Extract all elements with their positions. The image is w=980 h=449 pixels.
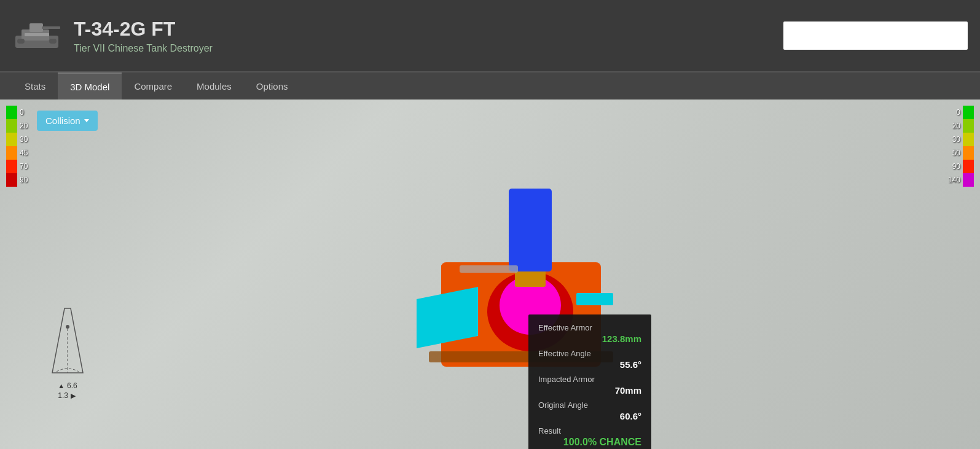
legend-item-5: 90 [6,173,35,187]
legend-color-1 [6,119,17,133]
legend-label-2: 30 [20,135,35,144]
dim-width-row: ▲ 6.6 [58,381,77,390]
collision-button[interactable]: Collision [37,111,98,131]
effective-armor-label: Effective Armor [538,323,641,332]
armor-tooltip: Effective Armor 123.8mm Effective Angle … [528,314,651,449]
svg-rect-2 [29,23,43,32]
collision-caret-icon [84,119,89,122]
svg-rect-13 [509,189,552,271]
result-label: Result [538,426,641,435]
legend-right-color-4 [963,160,974,173]
legend-item-1: 20 [6,119,35,133]
legend-color-4 [6,160,17,173]
legend-label-1: 20 [20,122,35,130]
legend-right-item-3: 50 [942,146,974,160]
legend-right-color-3 [963,146,974,160]
height-arrow-icon: ▶ [71,392,76,400]
svg-rect-8 [576,293,613,305]
tab-modules[interactable]: Modules [184,72,244,100]
legend-item-4: 70 [6,160,35,173]
tank-info: T-34-2G FT Tier VII Chinese Tank Destroy… [74,18,783,54]
legend-left: 0 20 30 45 70 90 [6,106,35,187]
legend-label-4: 70 [20,162,35,171]
width-value: 6.6 [67,381,77,390]
svg-rect-14 [460,265,518,273]
search-input[interactable] [783,21,968,50]
legend-right-color-0 [963,106,974,119]
legend-right-item-1: 20 [942,119,974,133]
legend-right-item-4: 90 [942,160,974,173]
tank-name: T-34-2G FT [74,18,783,41]
result-value: 100.0% CHANCE [538,437,641,448]
svg-point-16 [66,325,69,329]
effective-angle-value: 55.6° [538,359,641,370]
svg-rect-5 [49,39,57,44]
tab-compare[interactable]: Compare [122,72,184,100]
effective-angle-label: Effective Angle [538,349,641,358]
legend-item-2: 30 [6,133,35,146]
legend-label-5: 90 [20,176,35,184]
nav-tabs: Stats 3D Model Compare Modules Options [0,72,980,100]
legend-right: 0 20 30 50 90 140 [942,106,974,187]
legend-right-color-5 [963,173,974,187]
legend-right-color-2 [963,133,974,146]
dim-height-row: 1.3 ▶ [58,391,76,400]
tank-icon [12,17,61,54]
original-angle-label: Original Angle [538,400,641,410]
header: T-34-2G FT Tier VII Chinese Tank Destroy… [0,0,980,72]
tab-stats[interactable]: Stats [12,72,58,100]
angle-viewer: ▲ 6.6 1.3 ▶ [43,305,92,400]
legend-right-item-0: 0 [942,106,974,119]
legend-right-label-3: 50 [942,149,960,157]
impacted-armor-label: Impacted Armor [538,375,641,384]
legend-right-label-4: 90 [942,162,960,171]
legend-color-0 [6,106,17,119]
legend-color-3 [6,146,17,160]
legend-right-label-1: 20 [942,122,960,130]
legend-right-label-0: 0 [942,108,960,117]
legend-right-label-5: 140 [942,176,960,184]
original-angle-value: 60.6° [538,411,641,421]
legend-right-item-2: 30 [942,133,974,146]
legend-right-item-5: 140 [942,173,974,187]
angle-dimensions: ▲ 6.6 1.3 ▶ [58,381,77,400]
effective-armor-value: 123.8mm [538,334,641,344]
height-value: 1.3 [58,391,68,400]
legend-right-label-2: 30 [942,135,960,144]
tab-options[interactable]: Options [244,72,300,100]
legend-label-0: 0 [20,108,35,117]
legend-label-3: 45 [20,149,35,157]
tank-desc: Tier VII Chinese Tank Destroyer [74,43,783,54]
collision-label: Collision [45,115,80,126]
legend-color-2 [6,133,17,146]
impacted-armor-value: 70mm [538,385,641,396]
tab-3dmodel[interactable]: 3D Model [58,72,122,100]
legend-color-5 [6,173,17,187]
svg-rect-6 [42,26,60,29]
legend-item-0: 0 [6,106,35,119]
legend-item-3: 45 [6,146,35,160]
main-viewport: 0 20 30 45 70 90 Collision 0 [0,100,980,449]
svg-rect-3 [25,33,49,36]
legend-right-color-1 [963,119,974,133]
width-arrow-icon: ▲ [58,382,65,389]
svg-rect-4 [17,39,25,44]
